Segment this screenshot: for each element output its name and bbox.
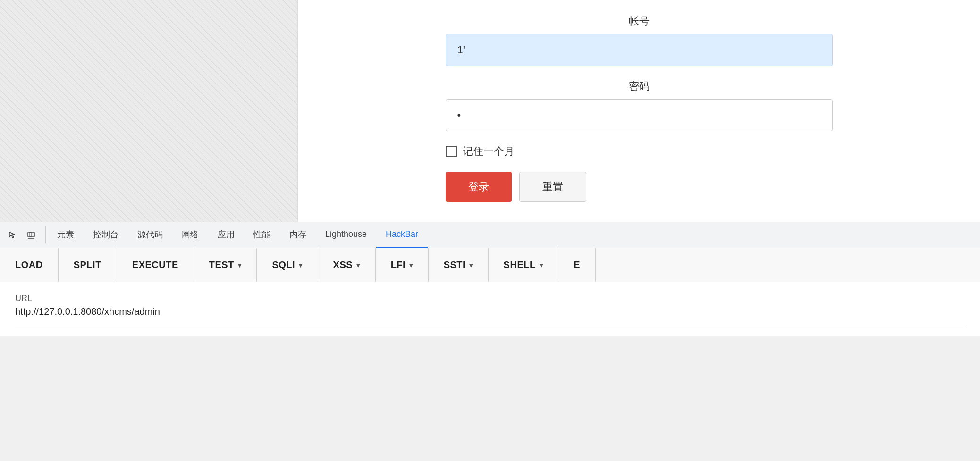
remember-label: 记住一个月 (463, 144, 515, 159)
tab-network[interactable]: 网络 (172, 222, 208, 248)
ssti-dropdown-arrow: ▾ (469, 261, 473, 269)
tab-memory[interactable]: 内存 (280, 222, 316, 248)
hackbar-xss-btn[interactable]: XSS ▾ (318, 248, 376, 282)
login-button[interactable]: 登录 (446, 172, 512, 202)
xss-dropdown-arrow: ▾ (356, 261, 360, 269)
hackbar-toolbar: LOAD SPLIT EXECUTE TEST ▾ SQLI ▾ XSS ▾ L… (0, 248, 980, 282)
bottom-section: URL http://127.0.0.1:8080/xhcms/admin (0, 282, 980, 336)
tab-hackbar[interactable]: HackBar (376, 222, 428, 248)
url-value: http://127.0.0.1:8080/xhcms/admin (15, 306, 965, 317)
shell-dropdown-arrow: ▾ (540, 261, 543, 269)
tab-application[interactable]: 应用 (208, 222, 244, 248)
svg-rect-1 (29, 233, 32, 236)
hackbar-e-btn[interactable]: E (558, 248, 596, 282)
password-label: 密码 (446, 79, 833, 93)
login-form-panel: 帐号 密码 记住一个月 登录 重置 (297, 0, 980, 222)
account-label: 帐号 (446, 14, 833, 28)
lfi-dropdown-arrow: ▾ (409, 261, 413, 269)
password-group: 密码 (446, 79, 833, 131)
hackbar-load-btn[interactable]: LOAD (0, 248, 59, 282)
tab-lighthouse[interactable]: Lighthouse (316, 222, 376, 248)
button-row: 登录 重置 (446, 172, 833, 202)
hackbar-lfi-btn[interactable]: LFI ▾ (376, 248, 429, 282)
hackbar-execute-btn[interactable]: EXECUTE (117, 248, 194, 282)
devtools-icons (4, 226, 46, 243)
account-group: 帐号 (446, 14, 833, 66)
url-divider (15, 325, 965, 325)
hackbar-shell-btn[interactable]: SHELL ▾ (489, 248, 559, 282)
device-icon[interactable] (23, 226, 40, 243)
tab-sources[interactable]: 源代码 (128, 222, 172, 248)
hackbar-split-btn[interactable]: SPLIT (59, 248, 117, 282)
tab-performance[interactable]: 性能 (244, 222, 280, 248)
hackbar-sqli-btn[interactable]: SQLI ▾ (257, 248, 318, 282)
url-area: URL http://127.0.0.1:8080/xhcms/admin (0, 282, 980, 336)
left-panel (0, 0, 297, 222)
tab-console[interactable]: 控制台 (84, 222, 128, 248)
hackbar-ssti-btn[interactable]: SSTI ▾ (429, 248, 489, 282)
tab-elements[interactable]: 元素 (48, 222, 84, 248)
inspect-icon[interactable] (4, 226, 21, 243)
hackbar-test-btn[interactable]: TEST ▾ (194, 248, 257, 282)
test-dropdown-arrow: ▾ (238, 261, 242, 269)
password-input[interactable] (446, 99, 833, 131)
account-input[interactable] (446, 34, 833, 66)
remember-row: 记住一个月 (446, 144, 833, 159)
reset-button[interactable]: 重置 (519, 172, 586, 202)
url-label: URL (15, 293, 965, 303)
remember-checkbox[interactable] (446, 146, 457, 157)
sqli-dropdown-arrow: ▾ (299, 261, 303, 269)
devtools-tabbar: 元素 控制台 源代码 网络 应用 性能 内存 Lighthouse HackBa… (0, 222, 980, 248)
